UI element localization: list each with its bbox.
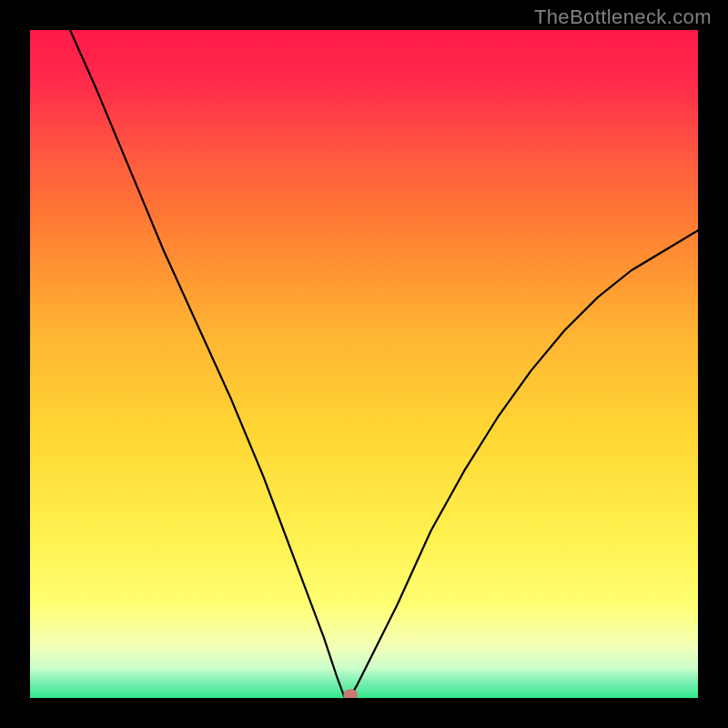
watermark-label: TheBottleneck.com bbox=[534, 5, 712, 29]
chart-frame: TheBottleneck.com bbox=[0, 0, 728, 728]
gradient-background bbox=[30, 30, 698, 698]
chart-svg bbox=[30, 30, 698, 698]
plot-area bbox=[30, 30, 698, 698]
